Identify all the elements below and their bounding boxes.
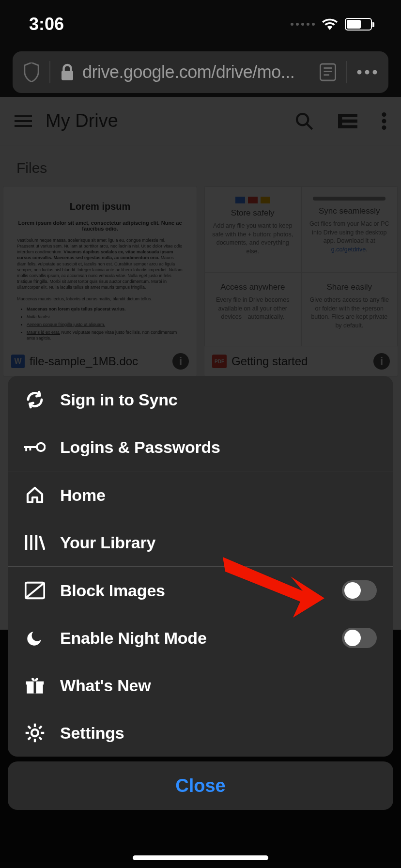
browser-menu-panel: Sign in to Sync Logins & Passwords Home … (8, 376, 393, 757)
url-text[interactable]: drive.google.com/drive/mo... (82, 62, 320, 82)
night-mode-toggle[interactable] (342, 628, 377, 648)
svg-point-6 (365, 70, 370, 75)
battery-icon (345, 18, 372, 31)
reader-mode-icon[interactable] (320, 63, 336, 81)
key-icon (24, 436, 46, 458)
status-time: 3:06 (29, 14, 64, 34)
shield-icon (23, 62, 40, 82)
block-images-icon (24, 580, 46, 601)
menu-label: Your Library (60, 533, 377, 552)
svg-point-7 (373, 70, 377, 75)
svg-line-26 (26, 583, 44, 597)
url-bar[interactable]: drive.google.com/drive/mo... (13, 51, 388, 93)
lock-icon (60, 63, 75, 81)
divider (346, 61, 347, 83)
cellular-icon (291, 23, 315, 26)
library-icon (24, 532, 46, 553)
svg-point-17 (37, 443, 45, 451)
menu-label: Logins & Passwords (60, 438, 377, 457)
divider (49, 61, 50, 83)
menu-home[interactable]: Home (8, 471, 393, 519)
gift-icon (24, 675, 46, 696)
status-bar: 3:06 (0, 0, 401, 48)
svg-point-30 (31, 729, 38, 736)
status-indicators (291, 18, 372, 31)
menu-label: Settings (60, 724, 377, 743)
svg-line-38 (39, 726, 42, 728)
block-images-toggle[interactable] (342, 580, 377, 601)
sync-icon (24, 389, 46, 410)
menu-label: Block Images (60, 581, 342, 600)
svg-rect-0 (62, 71, 73, 80)
gear-icon (24, 722, 46, 744)
menu-logins-passwords[interactable]: Logins & Passwords (8, 423, 393, 471)
svg-line-24 (40, 536, 45, 550)
moon-icon (24, 627, 46, 649)
svg-line-35 (28, 726, 31, 728)
menu-whats-new[interactable]: What's New (8, 662, 393, 709)
svg-line-37 (28, 737, 31, 740)
menu-label: Sign in to Sync (60, 390, 377, 409)
menu-label: What's New (60, 676, 377, 695)
menu-label: Enable Night Mode (60, 629, 342, 648)
home-indicator[interactable] (133, 855, 268, 860)
close-label: Close (175, 775, 225, 796)
wifi-icon (322, 18, 338, 30)
menu-library[interactable]: Your Library (8, 519, 393, 566)
home-icon (24, 484, 46, 506)
more-icon[interactable] (356, 69, 378, 75)
menu-block-images[interactable]: Block Images (8, 567, 393, 614)
svg-line-36 (39, 737, 42, 740)
menu-night-mode[interactable]: Enable Night Mode (8, 614, 393, 662)
close-button[interactable]: Close (8, 761, 393, 810)
svg-rect-29 (34, 682, 36, 694)
menu-sign-in-sync[interactable]: Sign in to Sync (8, 376, 393, 423)
svg-point-5 (357, 70, 362, 75)
menu-label: Home (60, 486, 377, 505)
menu-settings[interactable]: Settings (8, 709, 393, 757)
